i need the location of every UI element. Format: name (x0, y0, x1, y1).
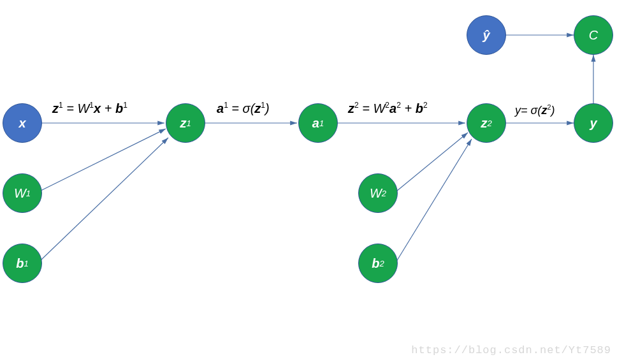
node-W2: W2 (358, 173, 398, 213)
label-x-to-z1: z1 = W1x + b1 (52, 101, 127, 116)
edges-layer (0, 0, 624, 364)
node-b1: b1 (3, 244, 42, 283)
node-C: C (574, 15, 613, 55)
node-b2: b2 (358, 244, 398, 283)
node-z1: z1 (166, 103, 205, 143)
edge-W2-to-z2 (396, 133, 468, 191)
node-a1: a1 (298, 103, 338, 143)
edge-W1-to-z1 (40, 129, 166, 191)
edge-b2-to-z2 (396, 139, 472, 261)
node-yhat: ŷ (467, 15, 506, 55)
node-y: y (574, 103, 613, 143)
label-z2-to-y: y= σ(z2) (515, 103, 555, 117)
label-z1-to-a1: a1 = σ(z1) (217, 101, 270, 116)
diagram-canvas: x W1 b1 z1 a1 W2 b2 z2 y ŷ C z1 = W1x + … (0, 0, 624, 364)
label-a1-to-z2: z2 = W2a2 + b2 (348, 101, 428, 116)
watermark: https://blog.csdn.net/Yt7589 (411, 344, 611, 356)
node-z2: z2 (467, 103, 506, 143)
node-W1: W1 (3, 173, 42, 213)
edge-b1-to-z1 (40, 138, 168, 261)
node-x: x (3, 103, 42, 143)
